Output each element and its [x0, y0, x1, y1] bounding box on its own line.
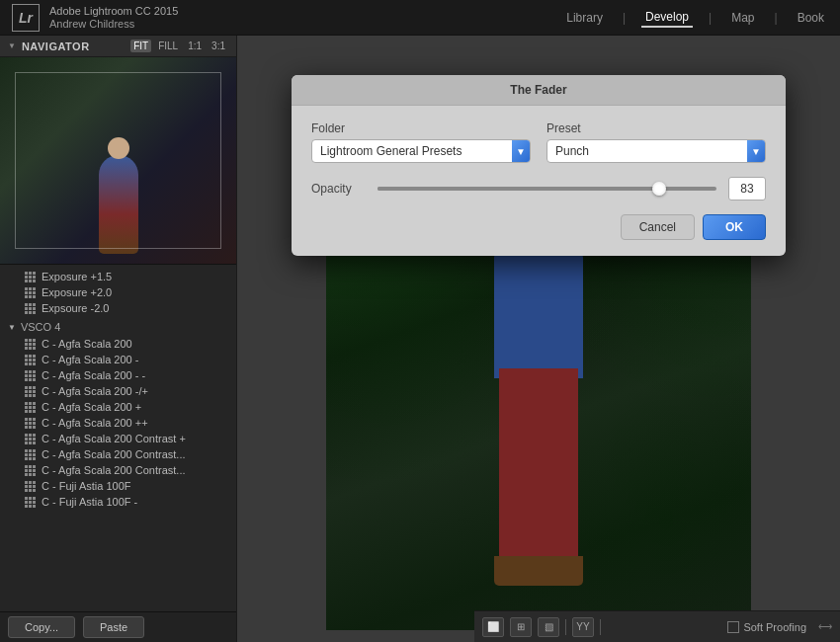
modal-body: Folder Lightroom General Presets ▼ Prese…: [292, 106, 786, 256]
preset-icon-agfa3: [24, 369, 36, 381]
cancel-button[interactable]: Cancel: [621, 214, 695, 240]
toolbar-separator-2: [600, 619, 601, 635]
preview-image: [0, 57, 236, 264]
soft-proofing-checkbox[interactable]: [727, 621, 739, 633]
preset-icon-agfa4: [24, 385, 36, 397]
app-user: Andrew Childress: [49, 18, 562, 30]
left-panel: ▼ Navigator FIT FILL 1:1 3:1: [0, 36, 237, 642]
ok-button[interactable]: OK: [703, 214, 766, 240]
preset-item-agfa8[interactable]: C - Agfa Scala 200 Contrast...: [0, 446, 236, 462]
navigator-controls: FIT FILL 1:1 3:1: [130, 40, 228, 52]
grid-view-button[interactable]: ⊞: [510, 617, 532, 637]
preset-icon-agfa9: [24, 464, 36, 476]
crop-tool-button[interactable]: ⬜: [482, 617, 504, 637]
preset-grid-icon-3: [24, 302, 36, 314]
top-nav: Library | Develop | Map | Book: [562, 8, 828, 28]
preset-item-exposure20[interactable]: Exposure +2.0: [0, 284, 236, 300]
folder-select[interactable]: Lightroom General Presets ▼: [311, 139, 531, 163]
folder-label: Folder: [311, 121, 531, 135]
preset-select-value: Punch: [555, 144, 741, 158]
opacity-row: Opacity 83: [311, 177, 766, 201]
nav-book[interactable]: Book: [794, 9, 828, 27]
nav-3to1[interactable]: 3:1: [209, 40, 228, 52]
preset-icon-agfa2: [24, 354, 36, 365]
opacity-value[interactable]: 83: [728, 177, 766, 201]
navigator-preview: [0, 57, 236, 265]
preset-select-arrow: ▼: [747, 140, 765, 162]
preset-select[interactable]: Punch ▼: [546, 139, 766, 163]
opacity-slider[interactable]: [378, 187, 716, 191]
preset-icon-fuji1: [24, 480, 36, 492]
soft-proofing-container: Soft Proofing: [727, 621, 806, 633]
slider-fill: [378, 187, 659, 191]
vsco4-header[interactable]: ▼ VSCO 4: [0, 318, 236, 336]
preset-item-agfa4[interactable]: C - Agfa Scala 200 -/+: [0, 383, 236, 399]
photo-shoes: [494, 556, 583, 586]
modal-folder-field: Folder Lightroom General Presets ▼: [311, 121, 531, 163]
modal-title: The Fader: [292, 75, 786, 106]
vsco4-triangle: ▼: [8, 323, 16, 332]
lr-logo: Lr: [12, 4, 40, 32]
slider-thumb[interactable]: [652, 182, 666, 196]
modal-folder-preset-row: Folder Lightroom General Presets ▼ Prese…: [311, 121, 766, 163]
folder-select-value: Lightroom General Presets: [320, 144, 506, 158]
main-layout: ▼ Navigator FIT FILL 1:1 3:1: [0, 36, 840, 642]
copy-button[interactable]: Copy...: [8, 616, 75, 638]
color-label-button[interactable]: YY: [572, 617, 594, 637]
nav-library[interactable]: Library: [562, 9, 607, 27]
app-info: Adobe Lightroom CC 2015 Andrew Childress: [49, 5, 562, 30]
folder-select-arrow: ▼: [512, 140, 530, 162]
toolbar-separator-1: [565, 619, 566, 635]
navigator-triangle: ▼: [8, 41, 16, 50]
preset-item-agfa6[interactable]: C - Agfa Scala 200 ++: [0, 415, 236, 431]
preset-group-exposure1: Exposure +1.5 Exposure +2.0 Expsoure -2.…: [0, 269, 236, 316]
paste-button[interactable]: Paste: [83, 616, 144, 638]
nav-develop[interactable]: Develop: [641, 8, 693, 28]
navigator-title: Navigator: [22, 40, 130, 52]
soft-proofing-label: Soft Proofing: [743, 621, 806, 633]
preset-item-agfa1[interactable]: C - Agfa Scala 200: [0, 336, 236, 352]
preset-icon-agfa1: [24, 338, 36, 350]
preset-icon-agfa7: [24, 433, 36, 444]
preset-item-agfa5[interactable]: C - Agfa Scala 200 +: [0, 399, 236, 415]
compare-button[interactable]: ▧: [538, 617, 559, 637]
preset-label: Preset: [546, 121, 766, 135]
nav-fit[interactable]: FIT: [130, 40, 151, 52]
preset-item-fuji1[interactable]: C - Fuji Astia 100F: [0, 478, 236, 494]
app-name: Adobe Lightroom CC 2015: [49, 5, 562, 18]
preset-item-agfa9[interactable]: C - Agfa Scala 200 Contrast...: [0, 462, 236, 478]
center-content: ⬜ ⊞ ▧ YY Soft Proofing ⟷ The Fader Folde…: [237, 36, 840, 642]
nav-fill[interactable]: FILL: [155, 40, 181, 52]
preset-icon-agfa8: [24, 448, 36, 460]
resize-handle[interactable]: ⟷: [818, 621, 832, 632]
nav-map[interactable]: Map: [727, 9, 758, 27]
nav-1to1[interactable]: 1:1: [185, 40, 205, 52]
preset-item-agfa7[interactable]: C - Agfa Scala 200 Contrast +: [0, 431, 236, 446]
bottom-bar: Copy... Paste: [0, 611, 236, 642]
preset-icon-fuji2: [24, 496, 36, 508]
photo-pants: [499, 368, 578, 566]
preset-grid-icon: [24, 271, 36, 282]
photo-person: [460, 196, 618, 630]
preset-item-exposure15[interactable]: Exposure +1.5: [0, 269, 236, 284]
preset-group-vsco4: ▼ VSCO 4 C - Agfa Scala 200 C - Agfa Sca…: [0, 318, 236, 510]
preset-grid-icon-2: [24, 286, 36, 298]
fader-modal: The Fader Folder Lightroom General Prese…: [292, 75, 786, 256]
top-bar: Lr Adobe Lightroom CC 2015 Andrew Childr…: [0, 0, 840, 36]
opacity-label: Opacity: [311, 182, 366, 196]
photo-shirt: [494, 250, 583, 378]
modal-preset-field: Preset Punch ▼: [546, 121, 766, 163]
preset-item-exposureneg20[interactable]: Expsoure -2.0: [0, 300, 236, 316]
preset-item-agfa2[interactable]: C - Agfa Scala 200 -: [0, 352, 236, 367]
navigator-header: ▼ Navigator FIT FILL 1:1 3:1: [0, 36, 236, 57]
preset-icon-agfa6: [24, 417, 36, 429]
preset-item-fuji2[interactable]: C - Fuji Astia 100F -: [0, 494, 236, 510]
preset-icon-agfa5: [24, 401, 36, 413]
photo-toolbar: ⬜ ⊞ ▧ YY Soft Proofing ⟷: [474, 610, 840, 642]
preset-item-agfa3[interactable]: C - Agfa Scala 200 - -: [0, 367, 236, 383]
preview-overlay-rect: [15, 72, 221, 249]
presets-list[interactable]: Exposure +1.5 Exposure +2.0 Expsoure -2.…: [0, 265, 236, 611]
modal-buttons: Cancel OK: [311, 214, 766, 240]
